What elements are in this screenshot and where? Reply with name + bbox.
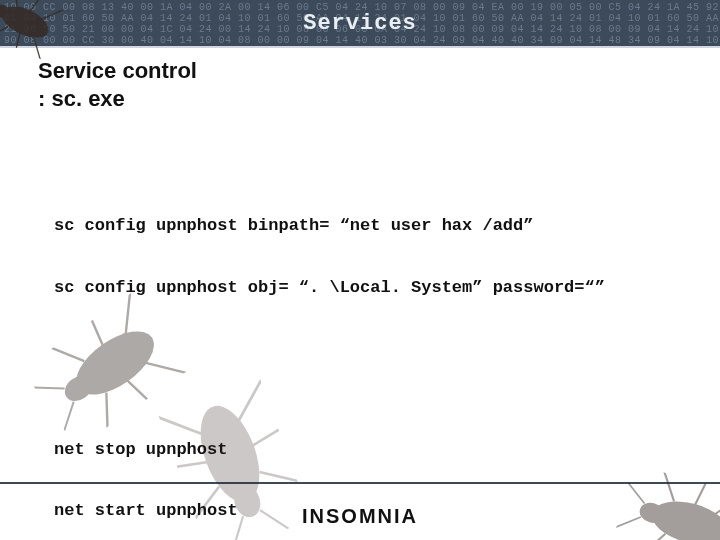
footer-divider bbox=[0, 482, 720, 484]
subtitle-line-1: Service control bbox=[38, 58, 690, 84]
content-area: Service control : sc. exe sc config upnp… bbox=[38, 58, 690, 540]
title-bar: 10 00 CC 00 08 13 40 00 1A 04 00 2A 00 1… bbox=[0, 0, 720, 46]
code-line: sc config upnphost obj= “. \Local. Syste… bbox=[54, 278, 690, 298]
slide: 10 00 CC 00 08 13 40 00 1A 04 00 2A 00 1… bbox=[0, 0, 720, 540]
code-line: sc config upnphost binpath= “net user ha… bbox=[54, 216, 690, 236]
subtitle: Service control : sc. exe bbox=[38, 58, 690, 113]
brand-text: INSOMNIA bbox=[302, 505, 418, 527]
subtitle-line-2: : sc. exe bbox=[38, 86, 690, 112]
code-block: sc config upnphost binpath= “net user ha… bbox=[54, 135, 690, 540]
slide-title: Services bbox=[303, 11, 417, 36]
code-line: net stop upnphost bbox=[54, 440, 690, 460]
code-group-1: sc config upnphost binpath= “net user ha… bbox=[54, 176, 690, 339]
title-underline bbox=[0, 46, 720, 48]
footer-brand: INSOMNIA bbox=[0, 505, 720, 528]
